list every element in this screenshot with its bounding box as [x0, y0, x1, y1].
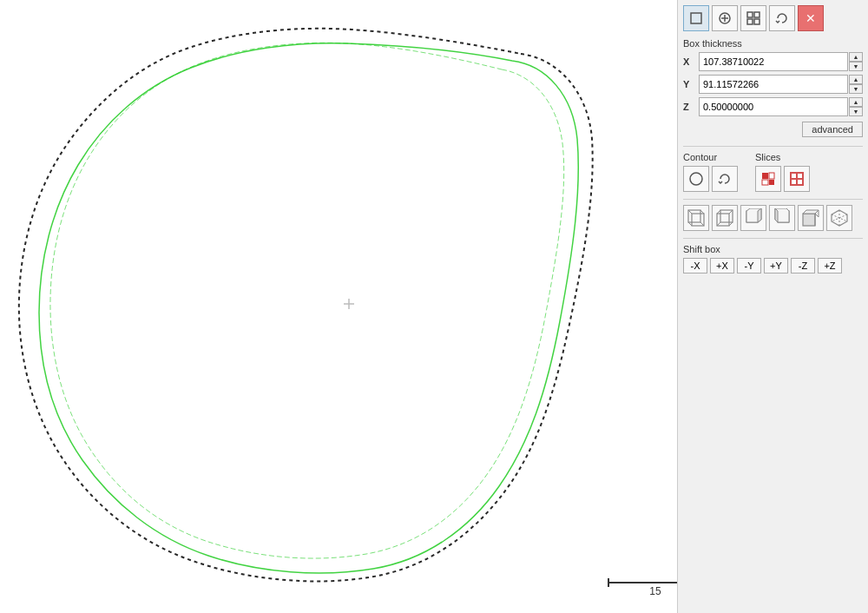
canvas-area[interactable] [0, 0, 660, 613]
svg-rect-13 [762, 173, 768, 179]
x-label: X [683, 56, 695, 67]
z-label: Z [683, 102, 695, 112]
close-tool-btn[interactable]: ✕ [798, 5, 824, 31]
divider-1 [683, 146, 863, 147]
shift-btns: -X +X -Y +Y -Z +Z [683, 258, 863, 274]
y-spin-up[interactable]: ▲ [849, 75, 863, 84]
view-front-btn[interactable] [683, 205, 709, 231]
svg-marker-39 [775, 208, 778, 222]
shift-box-label: Shift box [683, 244, 863, 254]
svg-rect-40 [803, 214, 815, 226]
svg-rect-11 [754, 19, 760, 24]
y-spin: ▲ ▼ [849, 75, 863, 94]
z-input[interactable] [699, 97, 848, 116]
contour-col: Contour [683, 152, 738, 192]
box-thickness-label: Box thickness [683, 38, 863, 49]
right-panel: ✕ Box thickness X ▲ ▼ Y ▲ ▼ Z ▲ ▼ advanc… [677, 0, 868, 613]
slices-btn-1[interactable] [755, 166, 781, 192]
shift-pos-y-btn[interactable]: +Y [764, 258, 788, 274]
view-3d-btn[interactable] [826, 205, 852, 231]
x-input-row: X ▲ ▼ [683, 52, 863, 71]
svg-rect-14 [769, 173, 774, 179]
svg-rect-19 [798, 174, 802, 178]
shift-neg-y-btn[interactable]: -Y [737, 258, 761, 274]
z-spin-down[interactable]: ▼ [849, 107, 863, 116]
contour-slices-row: Contour Slices [683, 152, 863, 192]
divider-2 [683, 199, 863, 200]
y-input-row: Y ▲ ▼ [683, 75, 863, 94]
contour-refresh-btn[interactable] [712, 166, 738, 192]
svg-rect-16 [769, 180, 774, 185]
slices-label: Slices [755, 152, 780, 162]
contour-btns [683, 166, 738, 192]
svg-rect-18 [792, 174, 796, 178]
view-left-btn[interactable] [740, 205, 766, 231]
svg-rect-10 [747, 19, 753, 24]
view-btns-row [683, 205, 863, 231]
slices-col: Slices [755, 152, 810, 192]
y-spin-down[interactable]: ▼ [849, 84, 863, 94]
view-top-btn[interactable] [798, 205, 824, 231]
z-spin: ▲ ▼ [849, 97, 863, 116]
svg-point-12 [690, 173, 702, 185]
z-input-row: Z ▲ ▼ [683, 97, 863, 116]
shift-neg-z-btn[interactable]: -Z [791, 258, 815, 274]
x-input[interactable] [699, 52, 848, 71]
view-back-btn[interactable] [712, 205, 738, 231]
svg-rect-15 [762, 180, 768, 185]
view-right-btn[interactable] [769, 205, 795, 231]
circle-plus-tool-btn[interactable] [712, 5, 738, 31]
box-tool-btn[interactable] [683, 5, 709, 31]
y-input[interactable] [699, 75, 848, 94]
rotate-tool-btn[interactable] [769, 5, 795, 31]
contour-circle-btn[interactable] [683, 166, 709, 192]
x-spin: ▲ ▼ [849, 52, 863, 71]
shift-neg-x-btn[interactable]: -X [683, 258, 707, 274]
y-label: Y [683, 79, 695, 89]
shift-pos-z-btn[interactable]: +Z [818, 258, 842, 274]
toolbar-row: ✕ [683, 5, 863, 31]
advanced-button[interactable]: advanced [802, 122, 863, 137]
svg-rect-8 [747, 12, 753, 17]
divider-3 [683, 238, 863, 239]
svg-rect-20 [792, 180, 796, 184]
z-spin-up[interactable]: ▲ [849, 97, 863, 107]
svg-rect-4 [691, 13, 701, 23]
slices-btn-2[interactable] [784, 166, 810, 192]
svg-marker-36 [758, 208, 761, 222]
scale-label: 15 [649, 585, 661, 597]
contour-label: Contour [683, 152, 717, 162]
shift-pos-x-btn[interactable]: +X [710, 258, 734, 274]
grid-tool-btn[interactable] [740, 5, 766, 31]
slices-btns [755, 166, 810, 192]
x-spin-down[interactable]: ▼ [849, 62, 863, 71]
main-svg [0, 0, 660, 613]
svg-rect-9 [754, 12, 760, 17]
svg-rect-21 [798, 180, 802, 184]
x-spin-up[interactable]: ▲ [849, 52, 863, 62]
